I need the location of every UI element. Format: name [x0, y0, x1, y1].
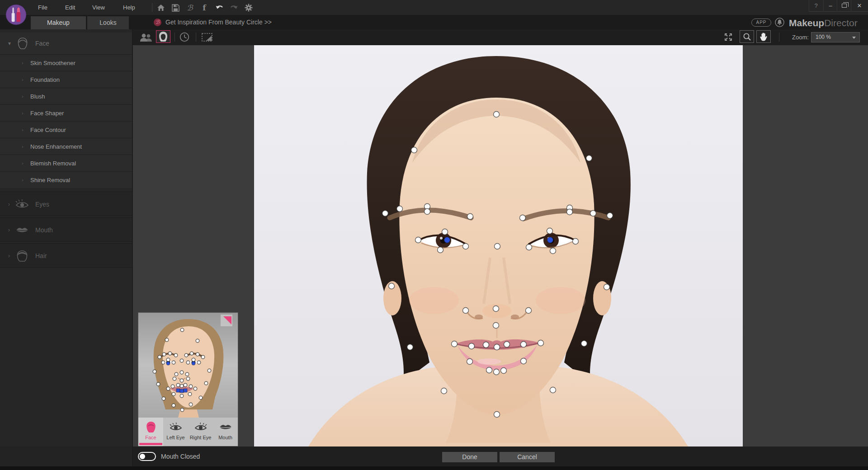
- blush-left: [409, 287, 459, 314]
- zoom-tool[interactable]: [740, 30, 754, 43]
- sidebar-item-face-contour[interactable]: › Face Contour: [0, 121, 132, 138]
- brand-title-light: Director: [824, 18, 858, 28]
- feature-tab-mouth-label: Mouth: [213, 435, 238, 440]
- save-icon[interactable]: [170, 2, 181, 14]
- tab-row: Makeup Looks ℬ Get Inspiration From Beau…: [0, 15, 868, 29]
- menu-edit[interactable]: Edit: [59, 0, 81, 15]
- sidebar: ▾ Face › Skin Smoothener › Foundation › …: [0, 29, 132, 466]
- home-icon[interactable]: [155, 2, 167, 14]
- done-button[interactable]: Done: [442, 452, 497, 462]
- history-icon[interactable]: [178, 31, 191, 43]
- sidebar-section-hair-label: Hair: [35, 244, 47, 268]
- canvas-toolbar: Zoom: 100 %: [133, 29, 868, 45]
- chevron-right-icon: ›: [22, 122, 24, 138]
- toolbar-separator-2: [196, 33, 196, 42]
- chevron-right-icon: ›: [22, 105, 24, 122]
- sidebar-section-hair[interactable]: › Hair: [0, 243, 132, 268]
- portrait-photo[interactable]: [254, 45, 743, 446]
- app-badge: APP: [751, 19, 771, 27]
- sidebar-section-face[interactable]: ▾ Face: [0, 33, 132, 54]
- feature-tab-left-eye[interactable]: Left Eye: [163, 418, 188, 446]
- beauty-circle-link[interactable]: Get Inspiration From Beauty Circle >>: [165, 15, 272, 29]
- mouth-closed-label: Mouth Closed: [161, 446, 200, 466]
- feature-tabs: Face Left Eye Right Eye: [138, 418, 238, 446]
- left-eye-icon: [169, 421, 183, 433]
- restore-button[interactable]: [837, 0, 851, 12]
- feature-points-tool-selected[interactable]: [156, 30, 170, 43]
- feature-tab-face-label: Face: [138, 435, 163, 440]
- toolbar-separator-3: [779, 33, 779, 42]
- app-logo-icon: [5, 4, 27, 25]
- menu-file[interactable]: File: [32, 0, 54, 15]
- feature-tab-face[interactable]: Face: [138, 418, 163, 446]
- sidebar-item-label: Skin Smoothener: [30, 55, 75, 71]
- zoom-dropdown[interactable]: 100 %: [811, 32, 860, 42]
- sidebar-section-mouth-label: Mouth: [35, 218, 53, 242]
- blush-right: [536, 287, 585, 314]
- window-controls: ? – ✕: [809, 0, 868, 12]
- sidebar-item-shine-removal[interactable]: › Shine Removal: [0, 171, 132, 188]
- settings-gear-icon[interactable]: [243, 2, 255, 14]
- multi-face-icon[interactable]: [139, 31, 153, 43]
- toggle-knob: [140, 454, 145, 459]
- zoom-label: Zoom:: [792, 29, 809, 45]
- fit-screen-icon[interactable]: [722, 31, 735, 43]
- chevron-right-icon: ›: [22, 88, 24, 105]
- chevron-right-icon: ›: [22, 172, 24, 188]
- sidebar-item-foundation[interactable]: › Foundation: [0, 71, 132, 88]
- notification-bell-icon[interactable]: [775, 18, 784, 27]
- sidebar-section-face-label: Face: [35, 33, 49, 54]
- chevron-right-icon: ›: [8, 253, 10, 259]
- beauty-circle-icon[interactable]: ℬ: [184, 2, 196, 14]
- beauty-circle-badge-icon: ℬ: [154, 19, 161, 26]
- chevron-right-icon: ›: [22, 55, 24, 71]
- sidebar-section-mouth[interactable]: › Mouth: [0, 217, 132, 242]
- sample-face-thumbnail[interactable]: [138, 313, 238, 418]
- sidebar-item-label: Foundation: [30, 71, 60, 88]
- chevron-right-icon: ›: [22, 155, 24, 172]
- sidebar-item-blush[interactable]: › Blush: [0, 88, 132, 104]
- mouth-closed-toggle[interactable]: [138, 452, 156, 461]
- bottom-strip: [0, 466, 868, 470]
- sidebar-item-label: Face Shaper: [30, 105, 64, 122]
- chevron-right-icon: ›: [22, 138, 24, 155]
- menu-view[interactable]: View: [86, 0, 111, 15]
- menu-help[interactable]: Help: [117, 0, 142, 15]
- tab-looks[interactable]: Looks: [87, 16, 129, 29]
- titlebar-separator: [152, 3, 152, 12]
- redo-icon[interactable]: [228, 2, 240, 14]
- cancel-button[interactable]: Cancel: [500, 452, 555, 462]
- sidebar-item-face-shaper[interactable]: › Face Shaper: [0, 104, 132, 121]
- brand-title-bold: Makeup: [789, 18, 824, 28]
- eye-icon: [15, 198, 29, 210]
- face-icon: [16, 37, 29, 50]
- facebook-icon[interactable]: f: [198, 2, 210, 14]
- feature-points-panel: Face Left Eye Right Eye: [138, 312, 238, 446]
- feature-tab-mouth[interactable]: Mouth: [213, 418, 238, 446]
- tab-makeup[interactable]: Makeup: [31, 16, 86, 29]
- sidebar-item-nose-enhancement[interactable]: › Nose Enhancement: [0, 138, 132, 155]
- canvas-area[interactable]: [133, 45, 868, 446]
- right-eye-icon: [194, 421, 208, 433]
- close-button[interactable]: ✕: [851, 0, 868, 12]
- minimize-button[interactable]: –: [823, 0, 837, 12]
- help-button[interactable]: ?: [809, 0, 823, 12]
- mouth-icon: [219, 421, 232, 433]
- sidebar-item-label: Nose Enhancement: [30, 138, 82, 155]
- hand-tool-selected[interactable]: [756, 30, 771, 43]
- title-bar: File Edit View Help ℬ f: [0, 0, 868, 15]
- brand-title: MakeupDirector: [789, 16, 858, 29]
- sidebar-item-label: Shine Removal: [30, 172, 70, 188]
- undo-icon[interactable]: [213, 2, 225, 14]
- compare-display-icon[interactable]: [200, 31, 214, 43]
- sidebar-section-eyes[interactable]: › Eyes: [0, 192, 132, 216]
- sidebar-item-label: Blemish Removal: [30, 155, 76, 172]
- chevron-right-icon: ›: [8, 201, 10, 207]
- sidebar-item-blemish-removal[interactable]: › Blemish Removal: [0, 155, 132, 171]
- sidebar-item-skin-smoothener[interactable]: › Skin Smoothener: [0, 54, 132, 71]
- sidebar-item-label: Blush: [30, 88, 45, 105]
- feature-tab-right-eye[interactable]: Right Eye: [188, 418, 213, 446]
- feature-tab-right-eye-label: Right Eye: [188, 435, 213, 440]
- chevron-down-icon: ▾: [8, 40, 11, 47]
- sidebar-section-eyes-label: Eyes: [35, 192, 49, 216]
